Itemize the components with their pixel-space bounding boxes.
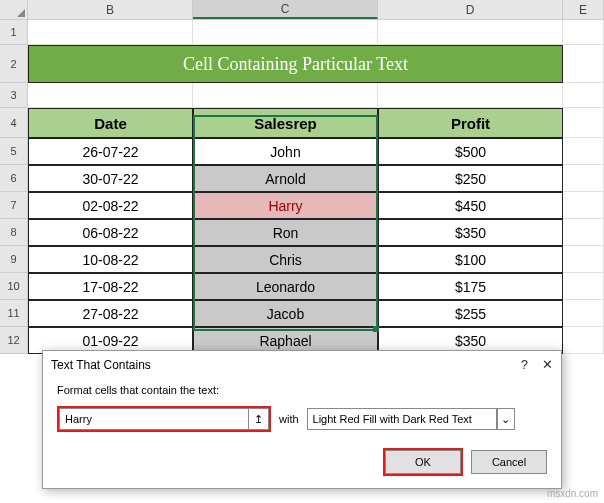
text-input[interactable]: [59, 408, 249, 430]
table-row: 1017-08-22Leonardo$175: [0, 273, 604, 300]
table-row: 630-07-22Arnold$250: [0, 165, 604, 192]
chevron-down-icon[interactable]: ⌄: [497, 408, 515, 430]
cell-salesrep[interactable]: Harry: [193, 192, 378, 219]
cell-salesrep[interactable]: Ron: [193, 219, 378, 246]
row-1: 1: [0, 20, 604, 45]
cell-profit[interactable]: $350: [378, 219, 563, 246]
cell-date[interactable]: 17-08-22: [28, 273, 193, 300]
watermark: msxdn.com: [547, 488, 598, 499]
row-header-8[interactable]: 8: [0, 219, 28, 246]
cell-profit[interactable]: $100: [378, 246, 563, 273]
cell-profit[interactable]: $250: [378, 165, 563, 192]
table-row: 806-08-22Ron$350: [0, 219, 604, 246]
cell-date[interactable]: 02-08-22: [28, 192, 193, 219]
cell-date[interactable]: 26-07-22: [28, 138, 193, 165]
with-label: with: [279, 413, 299, 425]
cell-D3[interactable]: [378, 83, 563, 108]
cell-salesrep[interactable]: Arnold: [193, 165, 378, 192]
col-header-E[interactable]: E: [563, 0, 604, 19]
table-row: 702-08-22Harry$450: [0, 192, 604, 219]
row-header-3[interactable]: 3: [0, 83, 28, 108]
cell-E5[interactable]: [563, 138, 604, 165]
cell-B1[interactable]: [28, 20, 193, 45]
spreadsheet: B C D E 1 2 Cell Containing Particular T…: [0, 0, 604, 354]
text-contains-dialog: Text That Contains ? ✕ Format cells that…: [42, 350, 562, 489]
cell-E7[interactable]: [563, 192, 604, 219]
row-header-4[interactable]: 4: [0, 108, 28, 138]
dialog-label: Format cells that contain the text:: [57, 384, 547, 396]
table-row: 526-07-22John$500: [0, 138, 604, 165]
col-header-C[interactable]: C: [193, 0, 378, 19]
cell-profit[interactable]: $255: [378, 300, 563, 327]
col-header-D[interactable]: D: [378, 0, 563, 19]
row-2: 2 Cell Containing Particular Text: [0, 45, 604, 83]
cell-E6[interactable]: [563, 165, 604, 192]
cell-profit[interactable]: $175: [378, 273, 563, 300]
table-row: 1127-08-22Jacob$255: [0, 300, 604, 327]
header-date[interactable]: Date: [28, 108, 193, 138]
cell-E10[interactable]: [563, 273, 604, 300]
cell-date[interactable]: 10-08-22: [28, 246, 193, 273]
header-profit[interactable]: Profit: [378, 108, 563, 138]
close-icon[interactable]: ✕: [542, 357, 553, 372]
cell-E9[interactable]: [563, 246, 604, 273]
cell-E12[interactable]: [563, 327, 604, 354]
cell-date[interactable]: 06-08-22: [28, 219, 193, 246]
dialog-titlebar[interactable]: Text That Contains ? ✕: [43, 351, 561, 378]
row-4-header: 4 Date Salesrep Profit: [0, 108, 604, 138]
cell-date[interactable]: 30-07-22: [28, 165, 193, 192]
table-row: 910-08-22Chris$100: [0, 246, 604, 273]
cell-E11[interactable]: [563, 300, 604, 327]
cell-E2[interactable]: [563, 45, 604, 83]
header-salesrep[interactable]: Salesrep: [193, 108, 378, 138]
cell-E1[interactable]: [563, 20, 604, 45]
cell-date[interactable]: 27-08-22: [28, 300, 193, 327]
row-header-6[interactable]: 6: [0, 165, 28, 192]
cell-D1[interactable]: [378, 20, 563, 45]
cell-E8[interactable]: [563, 219, 604, 246]
cell-E3[interactable]: [563, 83, 604, 108]
cell-profit[interactable]: $450: [378, 192, 563, 219]
row-header-10[interactable]: 10: [0, 273, 28, 300]
cell-C3[interactable]: [193, 83, 378, 108]
row-header-5[interactable]: 5: [0, 138, 28, 165]
row-header-11[interactable]: 11: [0, 300, 28, 327]
cancel-button[interactable]: Cancel: [471, 450, 547, 474]
range-picker-icon[interactable]: ↥: [249, 408, 269, 430]
col-header-B[interactable]: B: [28, 0, 193, 19]
cell-C1[interactable]: [193, 20, 378, 45]
help-icon[interactable]: ?: [521, 357, 528, 372]
cell-E4[interactable]: [563, 108, 604, 138]
cell-salesrep[interactable]: Jacob: [193, 300, 378, 327]
row-header-12[interactable]: 12: [0, 327, 28, 354]
cell-salesrep[interactable]: Chris: [193, 246, 378, 273]
cell-salesrep[interactable]: Leonardo: [193, 273, 378, 300]
row-header-2[interactable]: 2: [0, 45, 28, 83]
ok-button[interactable]: OK: [385, 450, 461, 474]
column-headers: B C D E: [0, 0, 604, 20]
cell-profit[interactable]: $500: [378, 138, 563, 165]
cell-salesrep[interactable]: John: [193, 138, 378, 165]
cell-B3[interactable]: [28, 83, 193, 108]
select-all-triangle[interactable]: [0, 0, 28, 19]
row-header-1[interactable]: 1: [0, 20, 28, 45]
format-select[interactable]: Light Red Fill with Dark Red Text: [307, 408, 497, 430]
row-header-9[interactable]: 9: [0, 246, 28, 273]
dialog-title: Text That Contains: [51, 358, 151, 372]
title-cell[interactable]: Cell Containing Particular Text: [28, 45, 563, 83]
row-3: 3: [0, 83, 604, 108]
row-header-7[interactable]: 7: [0, 192, 28, 219]
